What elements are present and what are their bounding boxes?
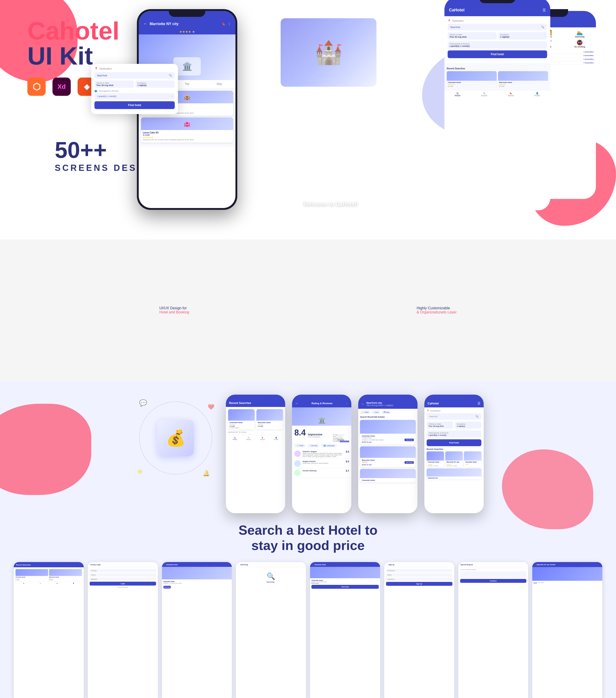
request-btn[interactable]: Continue <box>460 579 527 583</box>
login-btn[interactable]: Login <box>90 582 156 586</box>
guests-label: Total guests & Rooms <box>99 90 118 92</box>
destination-value: NewYork <box>97 74 107 77</box>
cahotel-title: CaHotel <box>449 8 464 13</box>
phone-right-large: CaHotel ☰ 📍 Destination NewYork 🔍 <box>443 0 552 212</box>
result-hotel-1: Charlotte Hotel Family winner ★★★★ • 2.0… <box>360 420 416 445</box>
checkin-value: Thur 28 Aug 2018 <box>96 84 132 86</box>
review-1: Charlie's Angels Staff is nice Breakfast… <box>294 449 349 459</box>
find-btn-cahotel[interactable]: Find hotel <box>426 439 481 446</box>
search-card: 📍 Destination NewYork 🔍 Check-in date Th… <box>91 64 178 114</box>
duration-value: 1 night(s) <box>137 84 173 86</box>
checkin-cahotel[interactable]: Check-in date Thur 28 Aug 2018 <box>426 421 453 429</box>
welcome-subtitle: Get Refreshed - Enjoy your dream with us <box>301 209 361 212</box>
mid-title-3: Highly Customizable <box>417 306 457 310</box>
reviewer2-name: Angela Joanna <box>303 460 329 462</box>
sort-search[interactable]: ↕ Sort <box>372 410 380 414</box>
guests-cahotel[interactable]: Total guests & Rooms 1 guest(s), 1 room(… <box>426 430 481 437</box>
hotel-detail-title: Marriotte NY city <box>150 22 179 26</box>
illustration-area: 💰 💬 ❤️ ⭐ 🔔 <box>132 395 219 481</box>
hotel2-price: $ 2,000 <box>143 134 232 136</box>
recent-hotel2-name: Marriotte Hotel <box>498 81 548 84</box>
search-newyork: NewYork <box>450 26 460 28</box>
nav-profile[interactable]: 👤Profile <box>534 92 540 97</box>
cahotel-logo: CaHotel <box>428 402 439 405</box>
find-hotel-btn[interactable]: Find hotel <box>95 101 175 109</box>
country-login-title: country Login <box>90 564 101 566</box>
sketch-icon: ⬡ <box>27 78 46 96</box>
date-row: Check-in date Thur 28 Aug 2018 Durations… <box>95 81 175 88</box>
subtitle-line1: Search a best Hotel to <box>14 522 602 538</box>
language-btn[interactable]: 🌍 Language <box>321 444 337 447</box>
nav-profile-2[interactable]: 👤Profile <box>274 437 278 440</box>
amenity-nosmoking: 🚭No smoking <box>565 40 594 48</box>
recent-card-2: Marriotte Hotel ★★★★★ $ 2,000 <box>498 71 548 88</box>
duration-right[interactable]: Durations 1 night(s) <box>498 32 547 40</box>
marriotte-hotel: Marriotte Hotel <box>258 421 281 423</box>
hotel2-name: Larva Cake NY <box>143 131 232 134</box>
checkin-right[interactable]: Check-in date Thur 28 Aug 2018 <box>448 32 496 40</box>
duration-box[interactable]: Durations 1 night(s) <box>136 81 175 88</box>
checkin-box[interactable]: Check-in date Thur 28 Aug 2018 <box>95 81 134 88</box>
destination-input[interactable]: NewYork 🔍 <box>95 72 175 79</box>
nav-home-2[interactable]: 🏠Home <box>233 437 237 440</box>
find-btn-right[interactable]: Find hotel <box>448 51 547 58</box>
welcome-overlay: Welcome to CaHotel! Get Refreshed - Enjo… <box>301 201 361 212</box>
nav-search[interactable]: 🔍Search <box>481 92 488 97</box>
dest-placeholder: Destination <box>452 19 464 22</box>
hotel-card-2: 🏩 Larva Cake NY $ 2,000 ★★★★★ Karterdos … <box>141 117 233 142</box>
result-hotel-3: Charlotte Hotel <box>360 469 416 483</box>
reviewer3-score: 9.7 <box>346 470 349 476</box>
guests-right[interactable]: Total guests & Rooms 1 guest(s), 1 room(… <box>448 41 547 48</box>
recent-grid: Charlotte Hotel ★★★★★ $ 2,000 Marriotte … <box>447 71 548 88</box>
phone-notch <box>169 9 205 17</box>
recent-searches-title: Recent Searches <box>447 67 548 70</box>
nav-saved-2[interactable]: 🔖Saved <box>260 437 265 440</box>
feature-row: 💰 💬 ❤️ ⭐ 🔔 Recent Searches Charlotte Hot… <box>14 395 602 513</box>
guests-input[interactable]: 1 guest(s), 1 room(s) › <box>95 93 175 99</box>
hotel2-desc: Karterdos $47.00, Greece Have breakfast … <box>143 139 232 141</box>
view-deal-btn[interactable]: View Deal <box>163 586 171 588</box>
mini-screen-searching: ← Searching 🔍 Searching... <box>236 562 306 698</box>
bottom-grid-row1: Recent Searches Charlotte Hotel ★★★★ $ 2… <box>14 562 602 698</box>
large-phone-rating: ← Rating & Reviews ⋮ 🏛️ 8.4 Impressive F… <box>292 395 351 513</box>
rating-title: Rating & Reviews <box>311 402 332 405</box>
nav-saved[interactable]: 🔖Saved <box>508 92 514 97</box>
mini-screen-marriotte-top: ← Marriotte NY city ★★★★ Detail Top Map <box>532 562 602 698</box>
mini-screen-country-login: country Login Country Phone Password Log… <box>88 562 158 698</box>
nav-home[interactable]: 🏠Home <box>455 92 460 97</box>
filter-search[interactable]: ⚡ Filter <box>360 410 370 414</box>
phone-screen-right: CaHotel ☰ 📍 Destination NewYork 🔍 <box>445 0 550 210</box>
review-2: Angela Joanna Good hotel, good pool, goo… <box>294 459 349 468</box>
review-text: Staff is nice Breakfast is perfect The h… <box>303 452 344 457</box>
mini-screen-charlotte: ← Charlotte Hotel Charlotte Hotel ★★★★ •… <box>310 562 380 698</box>
result-hotel-2: Marriotte Hotel ★★★★ See Deal $ 271 $ 11… <box>360 446 416 467</box>
search-result-count: Search Result (50 hotels) <box>360 416 416 418</box>
map-search[interactable]: 🗺 Map <box>382 410 391 414</box>
nav-search-2[interactable]: 🔍Search <box>246 437 251 440</box>
hotel-desc-small: Karterdos $47.00, Greece <box>228 431 283 433</box>
review-3: Gordon Ramsay 9.7 <box>294 468 349 478</box>
view-deal-charlotte[interactable]: View Deal <box>311 585 379 589</box>
signup-btn[interactable]: Sign Up <box>386 582 452 586</box>
recent-header: Recent Searches <box>229 402 251 405</box>
filter-btn[interactable]: ⚡ Filter <box>294 444 306 447</box>
mini-screen-signup: ← Sign-up Full Name Email Password Sign … <box>384 562 454 698</box>
bottom-section: 💰 💬 ❤️ ⭐ 🔔 Recent Searches Charlotte Hot… <box>0 381 616 698</box>
guests-value: 1 guest(s), 1 room(s) <box>97 95 116 97</box>
mid-title-1: UI/UX Design for <box>159 306 190 310</box>
search-icon-2: 🔍 <box>541 26 544 28</box>
mid-title-2: Hotel and Booking <box>159 310 190 314</box>
dest-search[interactable]: NewYork 🔍 <box>448 24 547 30</box>
subtitle-line2: stay in good price <box>14 538 602 553</box>
recent-card-1: Charlotte Hotel ★★★★★ $ 2,000 <box>447 71 497 88</box>
destination-label-1: Destination <box>99 67 112 70</box>
bottom-nav: 🏠Home 🔍Search 🔖Saved 👤Profile <box>445 90 550 99</box>
mid-left-text: UI/UX Design for Hotel and Booking <box>159 306 190 314</box>
cahotel-search[interactable]: NewYork 🔍 <box>426 413 481 420</box>
sort-btn[interactable]: ↕ Sort By <box>308 444 319 447</box>
tab-map[interactable]: Map <box>203 80 236 88</box>
large-phone-newyork: ← NewYork city Thur 28 Aug 2018 • 1 nigh… <box>358 395 418 513</box>
duration-cahotel[interactable]: Durations 1 night(s) <box>455 421 481 429</box>
search-icon: 🔍 <box>169 74 172 77</box>
mid-title-4: & Organizedszeds Layer <box>417 310 457 314</box>
